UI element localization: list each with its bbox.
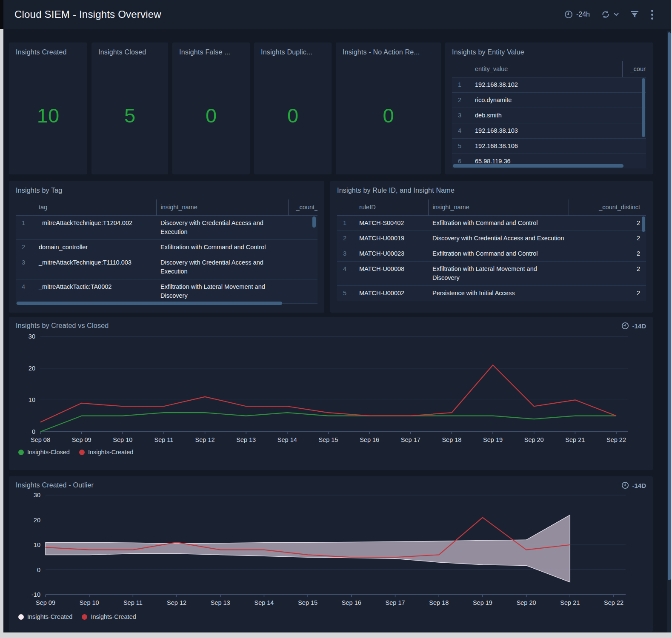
vertical-scrollbar[interactable] bbox=[642, 216, 645, 232]
legend-label: Insights-Created bbox=[91, 613, 136, 620]
legend-item[interactable]: Insights-Closed bbox=[18, 449, 70, 456]
panel-title: Insights by Tag bbox=[16, 187, 317, 194]
insights-by-tag-panel: Insights by Tag tag insight_name _count_… bbox=[9, 181, 324, 313]
insight-name-cell: Exfiltration with Command and Control bbox=[156, 239, 288, 255]
legend-item[interactable]: Insights-Created bbox=[82, 613, 136, 620]
svg-text:Sep 16: Sep 16 bbox=[360, 436, 379, 443]
count-cell: 2 bbox=[569, 215, 646, 231]
table-header-row: ruleID insight_name _count_distinct bbox=[337, 199, 646, 215]
legend-dot-icon bbox=[82, 614, 87, 620]
svg-text:Sep 18: Sep 18 bbox=[442, 436, 461, 443]
dashboard: Cloud SIEM - Insights Overview -24h bbox=[3, 0, 671, 632]
table-row[interactable]: 3 _mitreAttackTechnique:T1110.003 Discov… bbox=[16, 255, 317, 279]
column-header[interactable]: tag bbox=[34, 199, 156, 215]
svg-text:Sep 13: Sep 13 bbox=[211, 599, 230, 606]
svg-text:Sep 08: Sep 08 bbox=[31, 436, 50, 443]
svg-text:Sep 20: Sep 20 bbox=[517, 599, 536, 606]
svg-text:Sep 10: Sep 10 bbox=[113, 436, 132, 443]
entity-table: entity_value _count_distinct 1 192.168.3… bbox=[452, 61, 646, 168]
outlier-panel: Insights Created - Outlier -14D -1001020… bbox=[9, 476, 653, 632]
svg-text:10: 10 bbox=[34, 541, 40, 548]
insight-name-cell: Persistence with Initial Access bbox=[428, 285, 569, 301]
svg-text:Sep 22: Sep 22 bbox=[604, 599, 623, 606]
entity-value-cell: 192.168.38.102 bbox=[471, 77, 622, 92]
outlier-chart[interactable]: -100102030Sep 09Sep 10Sep 11Sep 12Sep 13… bbox=[16, 489, 646, 610]
count-cell: 2 bbox=[569, 285, 646, 301]
svg-text:Sep 19: Sep 19 bbox=[473, 599, 492, 606]
svg-text:10: 10 bbox=[29, 396, 35, 403]
vertical-scrollbar[interactable] bbox=[642, 78, 645, 137]
table-row[interactable]: 1 _mitreAttackTechnique:T1204.002 Discov… bbox=[16, 215, 317, 239]
table-header-row: tag insight_name _count_distinct bbox=[16, 199, 317, 215]
count-cell: 2 bbox=[569, 246, 646, 261]
table-row[interactable]: 2 rico.dynamite bbox=[452, 92, 646, 108]
refresh-control[interactable] bbox=[601, 10, 619, 19]
column-header[interactable]: insight_name bbox=[428, 199, 569, 215]
panel-title: Insights by Entity Value bbox=[452, 48, 646, 56]
tag-cell: _mitreAttackTechnique:T1110.003 bbox=[34, 255, 156, 279]
clock-icon bbox=[621, 322, 629, 330]
table-row[interactable]: 2 domain_controller Exfiltration with Co… bbox=[16, 239, 317, 255]
rule-id-cell: MATCH-U00002 bbox=[355, 285, 428, 301]
dashboard-content: Insights Created 10 Insights Closed 5 In… bbox=[3, 29, 653, 632]
rule-id-cell: MATCH-U00008 bbox=[355, 261, 428, 285]
insight-name-cell: Discovery with Credential Access and Exe… bbox=[428, 231, 569, 246]
table-row[interactable]: 2 MATCH-U00019 Discovery with Credential… bbox=[337, 231, 646, 246]
tag-cell: _mitreAttackTactic:TA0002 bbox=[34, 279, 156, 303]
svg-text:Sep 16: Sep 16 bbox=[342, 599, 361, 606]
table-row[interactable]: 4 192.168.38.103 bbox=[452, 123, 646, 138]
panel-title: Insights Created - Outlier bbox=[16, 481, 94, 489]
entity-value-cell: rico.dynamite bbox=[471, 92, 622, 108]
column-header[interactable]: _count_distinct bbox=[622, 61, 646, 77]
chart-time-range[interactable]: -14D bbox=[621, 322, 646, 330]
chart-legend: Insights-Created Insights-Created bbox=[16, 613, 646, 620]
svg-text:Sep 11: Sep 11 bbox=[154, 436, 173, 443]
chart-time-range[interactable]: -14D bbox=[621, 481, 646, 489]
table-row[interactable]: 1 192.168.38.102 bbox=[452, 77, 646, 92]
horizontal-scrollbar[interactable] bbox=[17, 302, 282, 305]
table-row[interactable]: 4 MATCH-U00008 Exfiltration with Lateral… bbox=[337, 261, 646, 285]
tag-cell: domain_controller bbox=[34, 239, 156, 255]
rule-id-cell: MATCH-U00023 bbox=[355, 246, 428, 261]
table-row[interactable]: 5 MATCH-U00002 Persistence with Initial … bbox=[337, 285, 646, 301]
insights-by-rule-panel: Insights by Rule ID, and Insight Name ru… bbox=[330, 181, 653, 313]
table-row[interactable]: 5 192.168.38.106 bbox=[452, 138, 646, 154]
column-header[interactable]: insight_name bbox=[156, 199, 288, 215]
column-header[interactable]: _count_distinct bbox=[288, 199, 317, 215]
legend-item[interactable]: Insights-Created bbox=[79, 449, 133, 456]
tag-cell: _mitreAttackTechnique:T1204.002 bbox=[34, 215, 156, 239]
svg-text:Sep 13: Sep 13 bbox=[236, 436, 256, 443]
page-scrollbar[interactable] bbox=[667, 31, 671, 632]
time-range-control[interactable]: -24h bbox=[564, 10, 590, 19]
vertical-scrollbar[interactable] bbox=[312, 216, 316, 228]
svg-text:Sep 22: Sep 22 bbox=[606, 436, 626, 443]
svg-text:30: 30 bbox=[34, 492, 40, 498]
legend-dot-icon bbox=[79, 450, 85, 455]
page-title: Cloud SIEM - Insights Overview bbox=[14, 9, 161, 20]
filter-icon[interactable] bbox=[630, 10, 639, 19]
table-row[interactable]: 3 deb.smith bbox=[452, 108, 646, 123]
horizontal-scrollbar[interactable] bbox=[453, 164, 623, 168]
legend-label: Insights-Created bbox=[88, 449, 133, 456]
created-vs-closed-chart[interactable]: 0102030Sep 08Sep 09Sep 10Sep 11Sep 12Sep… bbox=[16, 330, 646, 445]
svg-text:Sep 12: Sep 12 bbox=[195, 436, 215, 443]
count-cell: 2 bbox=[569, 261, 646, 285]
svg-text:Sep 18: Sep 18 bbox=[429, 599, 449, 606]
time-range-label: -24h bbox=[576, 11, 590, 18]
table-row[interactable]: 1 MATCH-S00402 Exfiltration with Command… bbox=[337, 215, 646, 231]
rule-id-cell: MATCH-U00019 bbox=[355, 231, 428, 246]
column-header[interactable]: _count_distinct bbox=[569, 199, 646, 215]
column-header[interactable]: entity_value bbox=[471, 61, 622, 77]
insight-name-cell: Exfiltration with Lateral Movement and D… bbox=[156, 279, 288, 303]
entity-value-cell: deb.smith bbox=[471, 108, 622, 123]
app-header: Cloud SIEM - Insights Overview -24h bbox=[3, 0, 671, 29]
svg-text:30: 30 bbox=[29, 333, 35, 340]
column-header[interactable]: ruleID bbox=[355, 199, 428, 215]
clock-icon bbox=[621, 481, 629, 489]
panel-title: Insights by Created vs Closed bbox=[16, 322, 109, 330]
svg-text:Sep 21: Sep 21 bbox=[565, 436, 585, 443]
table-row[interactable]: 4 _mitreAttackTactic:TA0002 Exfiltration… bbox=[16, 279, 317, 303]
table-row[interactable]: 3 MATCH-U00023 Exfiltration with Command… bbox=[337, 246, 646, 261]
legend-item[interactable]: Insights-Created bbox=[18, 613, 72, 620]
kebab-menu-icon[interactable] bbox=[650, 9, 654, 20]
